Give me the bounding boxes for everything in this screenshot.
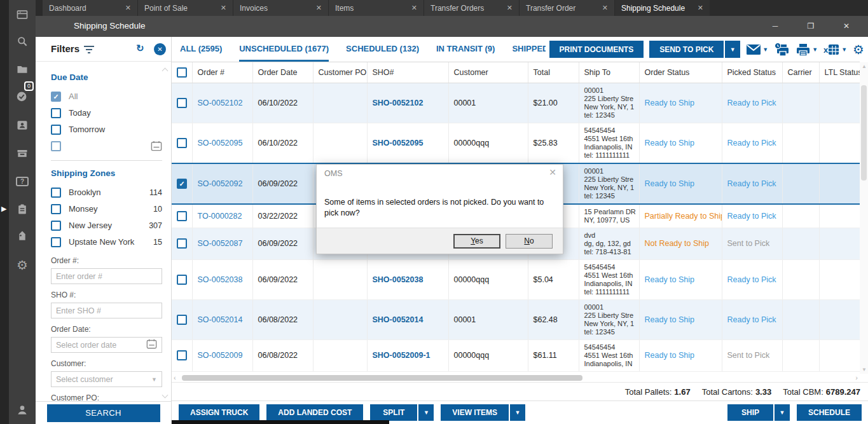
send-to-pick-dropdown[interactable]: ▼ — [725, 41, 740, 58]
view-items-dropdown[interactable]: ▼ — [510, 404, 525, 421]
sidebar-item-contacts[interactable] — [9, 114, 36, 136]
document-tab[interactable]: Items✕ — [329, 0, 424, 16]
filter-input[interactable]: Select order date — [51, 337, 162, 353]
tab-close-icon[interactable]: ✕ — [507, 4, 513, 12]
row-checkbox[interactable] — [177, 238, 187, 249]
checkbox[interactable] — [51, 221, 61, 231]
sidebar-item-dashboard[interactable] — [9, 4, 36, 25]
checkbox[interactable] — [51, 108, 61, 118]
table-row[interactable]: SO-005200906/08/2022SHO-0052009-100000qq… — [172, 339, 860, 371]
grid-settings-button[interactable]: ⚙ — [853, 43, 864, 56]
yes-button[interactable]: Yes — [453, 234, 500, 249]
close-filters-icon[interactable]: ✕ — [154, 43, 166, 55]
row-checkbox[interactable]: ✓ — [177, 179, 187, 189]
scroll-down-arrow-icon[interactable]: ▼ — [862, 367, 867, 373]
row-checkbox[interactable] — [177, 275, 187, 285]
status-tab[interactable]: SCHEDULED (132) — [346, 37, 419, 62]
order-number-link[interactable]: TO-0000282 — [198, 212, 242, 221]
dialog-close-icon[interactable]: ✕ — [549, 167, 556, 177]
due-date-option[interactable]: ✓All — [51, 88, 162, 104]
checkbox[interactable] — [51, 204, 61, 214]
send-to-pick-button[interactable]: SEND TO PICK — [649, 41, 724, 58]
order-number-link[interactable]: SO-0052102 — [198, 99, 243, 107]
status-tab[interactable]: IN TRANSIT (9) — [436, 37, 495, 62]
ship-button[interactable]: SHIP — [727, 404, 773, 421]
due-date-option[interactable]: Tomorrow — [51, 121, 162, 137]
status-tab[interactable]: UNSCHEDULED (1677) — [239, 37, 329, 62]
sho-number-link[interactable]: SHO-0052102 — [373, 99, 424, 107]
status-tab[interactable]: ALL (2595) — [180, 37, 222, 62]
filter-input[interactable]: Enter SHO # — [51, 303, 162, 318]
row-checkbox[interactable] — [177, 98, 187, 108]
scroll-left-arrow-icon[interactable]: ‹ — [174, 374, 176, 382]
no-button[interactable]: No — [506, 234, 553, 249]
ship-dropdown[interactable]: ▼ — [775, 404, 790, 421]
table-row[interactable]: SO-005201406/08/2022SHO-005201400001$62.… — [172, 299, 860, 339]
column-header[interactable]: Carrier — [782, 62, 819, 83]
vertical-scrollbar[interactable]: ▲ ▼ — [860, 62, 868, 374]
column-header[interactable]: Order Status — [639, 62, 722, 83]
sidebar-item-user[interactable] — [9, 399, 36, 421]
sho-number-link[interactable]: SHO-0052009-1 — [373, 351, 431, 360]
order-number-link[interactable]: SO-0052092 — [198, 179, 243, 188]
print-documents-button[interactable]: PRINT DOCUMENTS — [549, 41, 644, 58]
pick-print-button[interactable] — [774, 43, 790, 57]
table-row[interactable]: SO-005210206/10/2022SHO-005210200001$21.… — [172, 83, 860, 123]
calendar-icon[interactable] — [151, 140, 162, 153]
minimize-button[interactable]: ─ — [757, 16, 793, 37]
tab-close-icon[interactable]: ✕ — [125, 4, 131, 12]
sho-number-link[interactable]: SHO-0052038 — [373, 275, 424, 284]
row-checkbox[interactable] — [177, 138, 187, 148]
column-header[interactable]: SHO# — [367, 62, 448, 83]
document-tab[interactable]: Shipping Schedule✕ — [615, 0, 710, 16]
add-landed-cost-button[interactable]: ADD LANDED COST — [266, 404, 363, 421]
document-tab[interactable]: Point of Sale✕ — [138, 0, 233, 16]
order-number-link[interactable]: SO-0052009 — [198, 351, 243, 360]
sidebar-item-tags[interactable] — [9, 226, 36, 248]
checkbox[interactable]: ✓ — [51, 92, 61, 102]
sidebar-item-tasks[interactable]: 0 — [9, 85, 36, 107]
export-excel-button[interactable]: x ▼ — [823, 43, 847, 56]
print-button[interactable]: ▼ — [796, 43, 818, 57]
calendar-icon[interactable] — [146, 339, 157, 351]
shipping-zone-option[interactable]: Upstate New York15 — [51, 234, 162, 250]
column-header[interactable]: Picked Status — [722, 62, 782, 83]
checkbox[interactable] — [51, 125, 61, 135]
tab-close-icon[interactable]: ✕ — [602, 4, 608, 12]
shipping-zone-option[interactable]: Brooklyn114 — [51, 184, 162, 200]
search-button[interactable]: SEARCH — [47, 404, 160, 422]
order-number-link[interactable]: SO-0052095 — [198, 139, 243, 147]
row-checkbox[interactable] — [177, 315, 187, 325]
schedule-button[interactable]: SCHEDULE — [797, 404, 862, 421]
checkbox[interactable] — [51, 237, 61, 247]
row-checkbox[interactable] — [177, 350, 187, 360]
shipping-zone-option[interactable]: New Jersey307 — [51, 217, 162, 233]
column-header[interactable]: Customer PO — [313, 62, 367, 83]
sidebar-item-settings[interactable]: ⚙ — [9, 254, 36, 276]
row-checkbox[interactable] — [177, 211, 187, 221]
sidebar-item-inquiry[interactable]: ? — [9, 170, 36, 192]
column-header[interactable]: Total — [528, 62, 579, 83]
checkbox[interactable] — [51, 188, 61, 198]
checkbox[interactable] — [51, 141, 61, 151]
column-header[interactable]: Ship To — [579, 62, 639, 83]
vertical-scroll-thumb[interactable] — [861, 85, 867, 181]
split-dropdown[interactable]: ▼ — [418, 404, 434, 421]
column-header[interactable]: Order Date — [252, 62, 313, 83]
view-items-button[interactable]: VIEW ITEMS — [441, 404, 509, 421]
filter-input[interactable]: Enter order # — [51, 268, 162, 284]
tab-close-icon[interactable]: ✕ — [221, 4, 226, 12]
sho-number-link[interactable]: SHO-0052095 — [373, 139, 424, 147]
split-button[interactable]: SPLIT — [370, 404, 417, 421]
email-button[interactable]: ▼ — [746, 44, 768, 55]
scroll-right-arrow-icon[interactable]: › — [855, 374, 858, 382]
column-header[interactable]: Customer — [448, 62, 528, 83]
sidebar-item-files[interactable] — [9, 58, 36, 80]
refresh-icon[interactable]: ↻ — [136, 43, 144, 54]
horizontal-scroll-thumb[interactable] — [182, 375, 582, 381]
assign-truck-button[interactable]: ASSIGN TRUCK — [179, 404, 259, 421]
horizontal-scrollbar[interactable]: ‹ › — [172, 374, 860, 382]
sidebar-item-store[interactable] — [9, 142, 36, 164]
document-tab[interactable]: Transfer Orders✕ — [424, 0, 520, 16]
tab-close-icon[interactable]: ✕ — [698, 4, 703, 12]
